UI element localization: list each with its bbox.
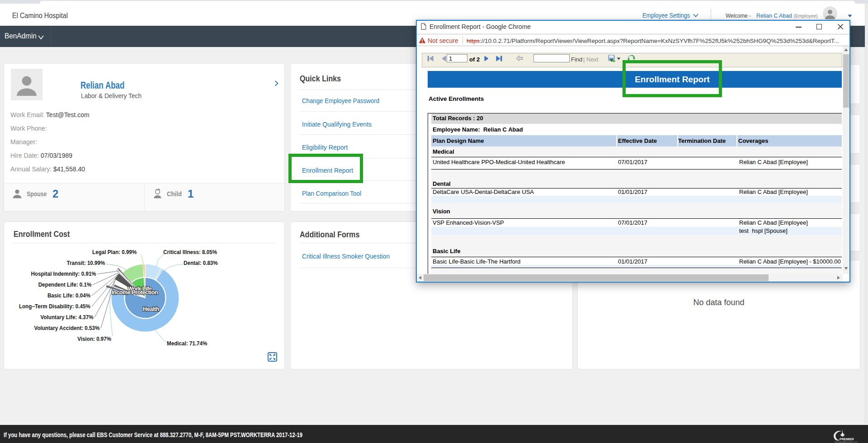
svg-text:Income Protection: Income Protection: [112, 289, 158, 296]
svg-text:Consulting Associates, LLC: Consulting Associates, LLC: [835, 441, 858, 443]
svg-text:PREMIER: PREMIER: [840, 438, 854, 441]
svg-text:Health: Health: [143, 306, 159, 312]
